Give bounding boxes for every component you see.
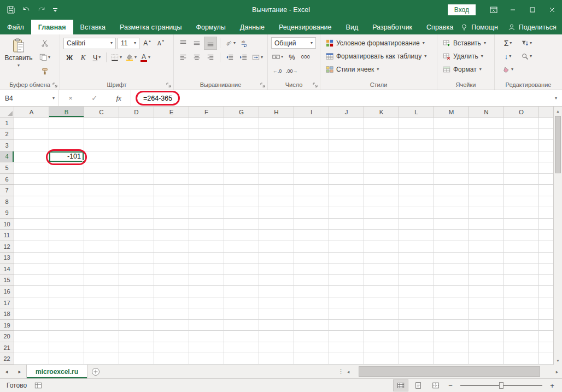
cell-I20[interactable]	[294, 331, 329, 342]
cell-F4[interactable]	[189, 151, 224, 163]
font-color-button[interactable]: А ▾	[139, 51, 151, 63]
cell-N11[interactable]	[469, 230, 504, 241]
cell-E20[interactable]	[154, 331, 189, 342]
align-middle-button[interactable]	[191, 37, 203, 49]
cell-E8[interactable]	[154, 196, 189, 208]
cell-E19[interactable]	[154, 320, 189, 331]
cell-B6[interactable]	[49, 174, 84, 185]
cell-L22[interactable]	[399, 353, 434, 365]
cell-I8[interactable]	[294, 196, 329, 208]
cell-B4[interactable]: -101	[49, 151, 84, 163]
cell-K17[interactable]	[364, 297, 399, 309]
cell-M22[interactable]	[434, 353, 469, 365]
cell-D5[interactable]	[119, 162, 154, 174]
cell-G13[interactable]	[224, 253, 259, 264]
cell-E14[interactable]	[154, 264, 189, 275]
cell-E9[interactable]	[154, 207, 189, 219]
column-header-N[interactable]: N	[469, 107, 504, 118]
cell-K2[interactable]	[364, 129, 399, 141]
format-as-table-button[interactable]: Форматировать как таблицу ▾	[326, 50, 435, 62]
row-header-7[interactable]: 7	[0, 185, 14, 196]
share-button[interactable]: Поделиться	[508, 24, 557, 31]
row-header-13[interactable]: 13	[0, 253, 14, 264]
cell-K19[interactable]	[364, 320, 399, 331]
cell-G18[interactable]	[224, 308, 259, 320]
cell-K4[interactable]	[364, 151, 399, 163]
tab-scroll-splitter[interactable]: ⋮	[338, 368, 343, 375]
cell-L15[interactable]	[399, 275, 434, 286]
cell-M17[interactable]	[434, 297, 469, 309]
cell-E5[interactable]	[154, 162, 189, 174]
cell-B14[interactable]	[49, 264, 84, 275]
cell-F18[interactable]	[189, 308, 224, 320]
cell-A9[interactable]	[14, 207, 49, 219]
cell-K10[interactable]	[364, 219, 399, 230]
cell-K16[interactable]	[364, 286, 399, 297]
row-header-18[interactable]: 18	[0, 308, 14, 320]
previous-sheet-button[interactable]: ◂	[0, 365, 13, 378]
cell-D22[interactable]	[119, 353, 154, 365]
cell-H6[interactable]	[259, 174, 294, 185]
zoom-slider-thumb[interactable]	[499, 382, 504, 389]
cell-J10[interactable]	[329, 219, 364, 230]
cell-K14[interactable]	[364, 264, 399, 275]
cell-D13[interactable]	[119, 253, 154, 264]
decrease-font-size-button[interactable]: А▾	[155, 37, 167, 49]
cell-N20[interactable]	[469, 331, 504, 342]
cell-H5[interactable]	[259, 162, 294, 174]
cell-H3[interactable]	[259, 140, 294, 151]
cell-D2[interactable]	[119, 129, 154, 141]
tab-formulas[interactable]: Формулы	[189, 20, 232, 34]
cell-A17[interactable]	[14, 297, 49, 309]
zoom-out-button[interactable]: −	[446, 382, 455, 390]
cell-E11[interactable]	[154, 230, 189, 241]
tab-insert[interactable]: Вставка	[73, 20, 113, 34]
cell-J18[interactable]	[329, 308, 364, 320]
column-header-D[interactable]: D	[119, 107, 154, 118]
column-header-K[interactable]: K	[364, 107, 399, 118]
cell-O14[interactable]	[504, 264, 539, 275]
cell-L14[interactable]	[399, 264, 434, 275]
cell-N21[interactable]	[469, 342, 504, 354]
decrease-decimal-button[interactable]: .00→	[285, 65, 299, 77]
cell-I4[interactable]	[294, 151, 329, 163]
column-header-F[interactable]: F	[189, 107, 224, 118]
maximize-button[interactable]	[523, 0, 542, 20]
clear-button[interactable]: ▾	[501, 63, 514, 75]
cell-O15[interactable]	[504, 275, 539, 286]
cell-B13[interactable]	[49, 253, 84, 264]
cell-G2[interactable]	[224, 129, 259, 141]
cell-D10[interactable]	[119, 219, 154, 230]
cell-K5[interactable]	[364, 162, 399, 174]
insert-cells-button[interactable]: Вставить ▾	[443, 37, 492, 49]
cell-I3[interactable]	[294, 140, 329, 151]
cell-G21[interactable]	[224, 342, 259, 354]
column-header-G[interactable]: G	[224, 107, 259, 118]
cell-H14[interactable]	[259, 264, 294, 275]
column-header-A[interactable]: A	[14, 107, 49, 118]
cell-A6[interactable]	[14, 174, 49, 185]
increase-indent-button[interactable]	[237, 51, 249, 63]
cell-K8[interactable]	[364, 196, 399, 208]
cell-C10[interactable]	[84, 219, 119, 230]
cell-C14[interactable]	[84, 264, 119, 275]
row-header-21[interactable]: 21	[0, 342, 14, 354]
cell-H13[interactable]	[259, 253, 294, 264]
cell-I18[interactable]	[294, 308, 329, 320]
row-header-6[interactable]: 6	[0, 174, 14, 185]
fill-handle[interactable]	[82, 160, 85, 163]
cell-G12[interactable]	[224, 241, 259, 253]
cell-L9[interactable]	[399, 207, 434, 219]
cell-A19[interactable]	[14, 320, 49, 331]
cell-E13[interactable]	[154, 253, 189, 264]
cell-M11[interactable]	[434, 230, 469, 241]
cell-I19[interactable]	[294, 320, 329, 331]
cell-A8[interactable]	[14, 196, 49, 208]
cell-N22[interactable]	[469, 353, 504, 365]
cell-F1[interactable]	[189, 118, 224, 129]
cell-K12[interactable]	[364, 241, 399, 253]
cell-A21[interactable]	[14, 342, 49, 354]
cell-L16[interactable]	[399, 286, 434, 297]
cell-B5[interactable]	[49, 162, 84, 174]
cell-J11[interactable]	[329, 230, 364, 241]
